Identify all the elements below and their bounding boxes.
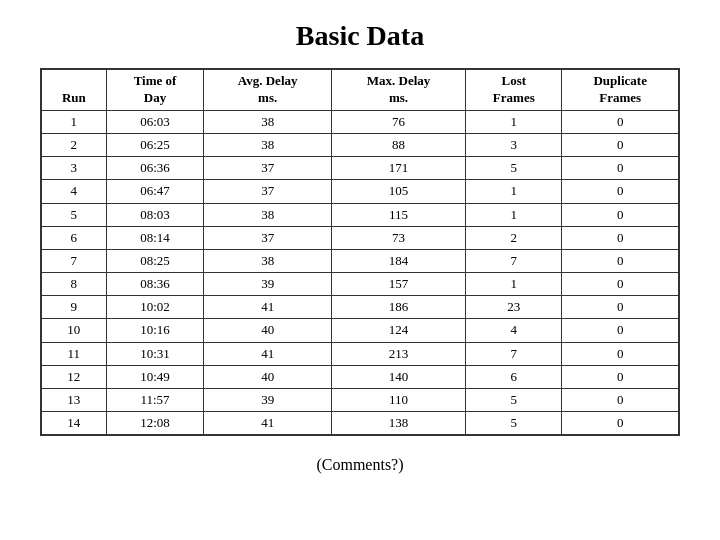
table-cell: 06:47 [106,180,204,203]
table-cell: 0 [562,342,679,365]
table-cell: 5 [466,412,562,435]
table-cell: 0 [562,180,679,203]
table-cell: 23 [466,296,562,319]
table-row: 1010:164012440 [42,319,679,342]
table-cell: 38 [204,203,332,226]
col-header-max-delay: Max. Delayms. [331,70,465,111]
table-row: 808:363915710 [42,273,679,296]
table-cell: 41 [204,296,332,319]
table-cell: 5 [466,389,562,412]
col-header-time: Time ofDay [106,70,204,111]
table-cell: 6 [466,365,562,388]
table-cell: 4 [42,180,107,203]
table-cell: 10:49 [106,365,204,388]
table-row: 708:253818470 [42,249,679,272]
table-cell: 3 [466,133,562,156]
table-cell: 38 [204,133,332,156]
table-cell: 08:03 [106,203,204,226]
col-header-lost-frames: LostFrames [466,70,562,111]
page-title: Basic Data [296,20,424,52]
col-header-dup-frames: DuplicateFrames [562,70,679,111]
table-row: 306:363717150 [42,157,679,180]
table-cell: 5 [42,203,107,226]
table-cell: 14 [42,412,107,435]
table-cell: 41 [204,342,332,365]
table-cell: 06:03 [106,110,204,133]
table-cell: 5 [466,157,562,180]
table-cell: 0 [562,412,679,435]
table-cell: 39 [204,389,332,412]
table-cell: 88 [331,133,465,156]
table-cell: 0 [562,389,679,412]
table-cell: 115 [331,203,465,226]
table-cell: 105 [331,180,465,203]
table-cell: 10:16 [106,319,204,342]
table-row: 106:03387610 [42,110,679,133]
table-cell: 0 [562,273,679,296]
table-cell: 40 [204,319,332,342]
table-cell: 13 [42,389,107,412]
table-cell: 3 [42,157,107,180]
table-header-row: Run Time ofDay Avg. Delayms. Max. Delaym… [42,70,679,111]
table-cell: 1 [466,110,562,133]
table-cell: 7 [466,249,562,272]
table-cell: 8 [42,273,107,296]
table-cell: 10 [42,319,107,342]
table-cell: 171 [331,157,465,180]
table-cell: 06:36 [106,157,204,180]
table-cell: 06:25 [106,133,204,156]
table-cell: 73 [331,226,465,249]
table-cell: 0 [562,319,679,342]
table-cell: 110 [331,389,465,412]
table-cell: 1 [466,203,562,226]
table-cell: 213 [331,342,465,365]
table-row: 1210:494014060 [42,365,679,388]
table-cell: 38 [204,249,332,272]
table-cell: 10:02 [106,296,204,319]
table-row: 508:033811510 [42,203,679,226]
table-row: 608:14377320 [42,226,679,249]
table-cell: 0 [562,365,679,388]
table-cell: 12 [42,365,107,388]
table-cell: 11 [42,342,107,365]
table-cell: 10:31 [106,342,204,365]
table-cell: 157 [331,273,465,296]
table-cell: 76 [331,110,465,133]
table-row: 206:25388830 [42,133,679,156]
table-row: 406:473710510 [42,180,679,203]
table-cell: 2 [42,133,107,156]
table-cell: 40 [204,365,332,388]
table-row: 1110:314121370 [42,342,679,365]
table-cell: 08:14 [106,226,204,249]
table-cell: 12:08 [106,412,204,435]
table-cell: 1 [466,273,562,296]
table-cell: 37 [204,180,332,203]
table-cell: 0 [562,249,679,272]
col-header-avg-delay: Avg. Delayms. [204,70,332,111]
table-cell: 0 [562,203,679,226]
table-row: 910:0241186230 [42,296,679,319]
table-row: 1311:573911050 [42,389,679,412]
table-cell: 0 [562,110,679,133]
table-cell: 9 [42,296,107,319]
table-cell: 08:25 [106,249,204,272]
table-cell: 08:36 [106,273,204,296]
table-cell: 1 [466,180,562,203]
table-cell: 0 [562,133,679,156]
table-cell: 11:57 [106,389,204,412]
table-cell: 1 [42,110,107,133]
table-cell: 6 [42,226,107,249]
table-cell: 0 [562,296,679,319]
table-cell: 140 [331,365,465,388]
table-row: 1412:084113850 [42,412,679,435]
table-cell: 7 [466,342,562,365]
table-cell: 37 [204,157,332,180]
table-cell: 186 [331,296,465,319]
col-header-run: Run [42,70,107,111]
table-cell: 138 [331,412,465,435]
data-table: Run Time ofDay Avg. Delayms. Max. Delaym… [40,68,680,436]
table-cell: 184 [331,249,465,272]
comments-label: (Comments?) [316,456,403,474]
table-cell: 39 [204,273,332,296]
table-cell: 124 [331,319,465,342]
